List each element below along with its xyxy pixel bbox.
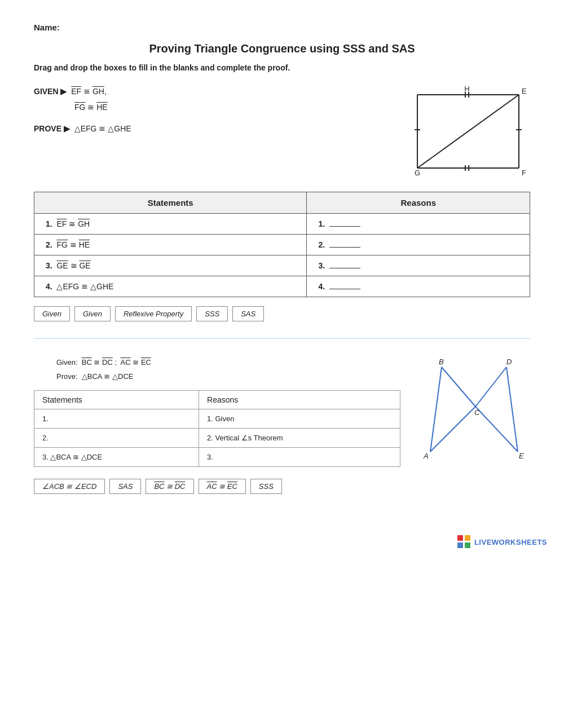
col-header-statements: Statements [34,192,307,214]
svg-text:G: G [415,169,420,177]
drag-box-sss[interactable]: SSS [196,306,228,321]
drag-boxes-2: ∠ACB ≅ ∠ECD SAS BC ≅ DC AC ≅ EC SSS [34,479,530,494]
given-keyword: GIVEN ▶ [34,87,67,96]
table-row: 3. △BCA ≅ △DCE 3. [34,448,400,467]
col2-header-statements: Statements [34,391,199,409]
proof-table1: Statements Reasons 1. EF ≅ GH 1. 2. FG ≅… [34,192,530,297]
reason2-cell1: 1. Given [199,409,400,429]
col2-header-reasons: Reasons [199,391,400,409]
svg-text:H: H [464,85,469,93]
given-eq1: EF ≅ GH, [69,87,106,96]
liveworksheets-logo: LIVEWORKSHEETS [457,535,547,549]
table-row: 2. FG ≅ HE 2. [34,235,530,255]
drag-boxes-1: Given Given Reflexive Property SSS SAS [34,306,530,321]
logo-sq-red [457,535,463,541]
logo-sq-blue [457,542,463,548]
problem2-prove-line: Prove: △BCA ≅ △DCE [56,370,400,384]
svg-line-18 [475,367,506,407]
footer: LIVEWORKSHEETS [0,533,564,560]
given-eq2: FG ≅ HE [74,99,384,115]
reason2-cell3: 3. [199,448,400,467]
col-header-reasons: Reasons [307,192,530,214]
reason-cell: 4. [307,276,530,297]
drag-box-given2[interactable]: Given [74,306,111,321]
statement-cell: 3. GE ≅ GE [34,255,307,276]
drag-box-reflexive[interactable]: Reflexive Property [115,306,192,321]
svg-text:A: A [423,452,429,460]
proof-table2: Statements Reasons 1. 1. Given 2. 2. Ver… [34,390,400,467]
page-title: Proving Triangle Congruence using SSS an… [34,42,530,55]
problem2-given-block: Given: BC ≅ DC ; AC ≅ EC Prove: △BCA ≅ △… [34,356,400,383]
svg-text:E: E [519,452,524,460]
given-statement: GIVEN ▶ EF ≅ GH, [34,83,384,99]
diagram2: B D C A E [417,356,530,469]
problem1-section: GIVEN ▶ EF ≅ GH, FG ≅ HE PROVE ▶ △EFG ≅ … [34,83,530,179]
drag-box-sss2[interactable]: SSS [250,479,282,494]
table-row: 3. GE ≅ GE 3. [34,255,530,276]
prove-keyword: PROVE ▶ [34,124,70,133]
footer-text: LIVEWORKSHEETS [474,538,547,546]
svg-text:B: B [439,358,444,366]
problem2-given-line1: Given: BC ≅ DC ; AC ≅ EC [56,356,400,370]
drag-box-sas2[interactable]: SAS [109,479,141,494]
statement-cell: 4. △EFG ≅ △GHE [34,276,307,297]
diagram1-svg: H E G F [406,83,530,179]
table-row: 4. △EFG ≅ △GHE 4. [34,276,530,297]
svg-line-17 [430,367,442,452]
logo-sq-green [465,542,470,548]
problem2-left: Given: BC ≅ DC ; AC ≅ EC Prove: △BCA ≅ △… [34,356,400,467]
statement2-cell2: 2. [34,429,199,448]
diagram2-svg: B D C A E [419,356,529,469]
section-divider [34,338,530,339]
table-row: 1. 1. Given [34,409,400,429]
statement2-cell1: 1. [34,409,199,429]
svg-line-15 [442,367,475,407]
reason-cell: 2. [307,235,530,255]
statement-cell: 1. EF ≅ GH [34,214,307,235]
reason-cell: 1. [307,214,530,235]
drag-box-given1[interactable]: Given [34,306,70,321]
svg-text:E: E [522,87,527,95]
drag-box-sas[interactable]: SAS [232,306,264,321]
logo-icon [457,535,471,549]
svg-text:F: F [522,169,526,177]
drag-box-angle-acb[interactable]: ∠ACB ≅ ∠ECD [34,479,105,494]
statement-cell: 2. FG ≅ HE [34,235,307,255]
svg-text:D: D [506,358,512,366]
prove-statement: PROVE ▶ △EFG ≅ △GHE [34,121,384,136]
problem2-section: Given: BC ≅ DC ; AC ≅ EC Prove: △BCA ≅ △… [34,356,530,469]
instructions: Drag and drop the boxes to fill in the b… [34,63,530,72]
name-label: Name: [34,23,530,32]
svg-line-4 [417,95,519,168]
svg-line-19 [475,407,518,452]
svg-line-16 [430,407,475,452]
drag-box-ac-ec[interactable]: AC ≅ EC [199,479,246,494]
logo-sq-yellow [465,535,470,541]
table-row: 2. 2. Vertical ∠s Theorem [34,429,400,448]
reason-cell: 3. [307,255,530,276]
given-prove-block: GIVEN ▶ EF ≅ GH, FG ≅ HE PROVE ▶ △EFG ≅ … [34,83,384,136]
drag-box-bc-dc[interactable]: BC ≅ DC [146,479,193,494]
statement2-cell3: 3. △BCA ≅ △DCE [34,448,199,467]
diagram1: H E G F [406,83,530,179]
table-row: 1. EF ≅ GH 1. [34,214,530,235]
svg-line-20 [506,367,518,452]
prove-eq: △EFG ≅ △GHE [72,124,131,133]
svg-text:C: C [474,408,480,417]
reason2-cell2: 2. Vertical ∠s Theorem [199,429,400,448]
